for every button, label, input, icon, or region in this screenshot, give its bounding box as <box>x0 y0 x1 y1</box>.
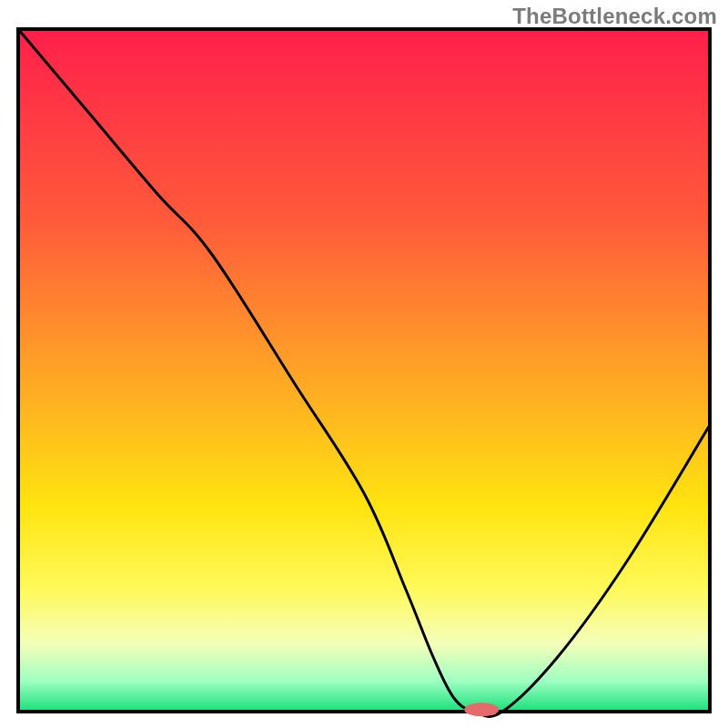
chart-frame: TheBottleneck.com <box>0 0 728 728</box>
plot-background <box>18 29 710 712</box>
optimum-marker <box>464 703 499 716</box>
bottleneck-chart <box>0 0 728 728</box>
